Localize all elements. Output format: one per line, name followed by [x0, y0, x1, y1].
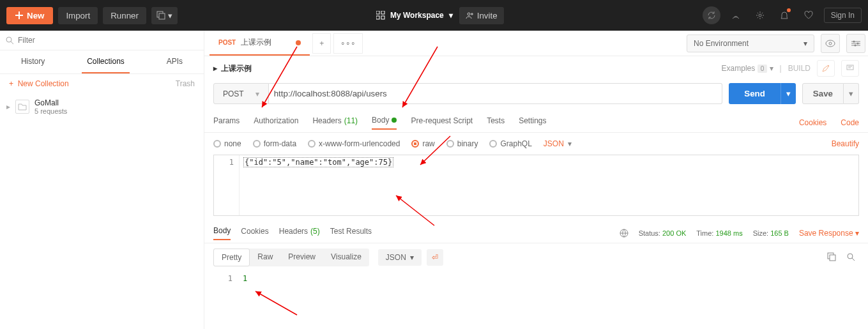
subtab-prerequest[interactable]: Pre-request Script — [411, 116, 473, 129]
chevron-down-icon: ▾ — [410, 253, 414, 262]
unsaved-dot — [296, 40, 301, 45]
save-button[interactable]: Save — [802, 83, 844, 104]
globe-icon[interactable] — [620, 229, 628, 238]
resp-line-number: 1 — [213, 274, 239, 283]
search-response-icon[interactable] — [842, 250, 859, 266]
resp-tab-body[interactable]: Body — [213, 226, 231, 240]
send-dropdown[interactable]: ▾ — [780, 83, 796, 104]
body-format-selector[interactable]: JSON ▾ — [544, 139, 572, 148]
time: Time: 1948 ms — [696, 229, 742, 237]
person-add-icon — [466, 11, 473, 19]
heart-icon[interactable] — [800, 6, 818, 24]
tab-collections[interactable]: Collections — [82, 50, 130, 73]
collection-name: GoMall — [34, 98, 67, 107]
body-formdata[interactable]: form-data — [253, 139, 296, 148]
svg-rect-3 — [381, 11, 385, 14]
view-mode-segment: Pretty Raw Preview Visualize — [213, 249, 369, 266]
resp-tab-headers[interactable]: Headers (5) — [279, 227, 320, 240]
svg-point-10 — [829, 42, 832, 45]
subtab-tests[interactable]: Tests — [487, 116, 505, 129]
subtab-params[interactable]: Params — [213, 116, 240, 129]
resp-tab-tests[interactable]: Test Results — [330, 227, 372, 240]
environment-selector[interactable]: No Environment ▾ — [687, 34, 814, 52]
body-binary[interactable]: binary — [446, 139, 478, 148]
import-button[interactable]: Import — [58, 7, 98, 24]
filter-input[interactable] — [18, 36, 199, 45]
beautify-link[interactable]: Beautify — [832, 139, 859, 148]
chevron-down-icon: ▾ — [255, 89, 259, 98]
add-tab-button[interactable]: + — [312, 33, 331, 54]
svg-rect-17 — [830, 255, 835, 261]
satellite-icon[interactable] — [727, 6, 745, 24]
windows-icon — [156, 11, 165, 20]
env-settings-button[interactable] — [846, 34, 865, 53]
subtab-authorization[interactable]: Authorization — [254, 116, 298, 129]
copy-icon[interactable] — [823, 250, 840, 266]
new-window-button[interactable]: ▾ — [151, 7, 178, 24]
view-raw[interactable]: Raw — [250, 249, 280, 266]
invite-button[interactable]: Invite — [459, 7, 504, 24]
tab-menu-button[interactable]: ∘∘∘ — [333, 33, 363, 54]
env-quicklook-button[interactable] — [821, 34, 840, 53]
body-graphql[interactable]: GraphQL — [489, 139, 531, 148]
collection-item[interactable]: ▸ GoMall 5 requests — [0, 93, 204, 120]
save-response-button[interactable]: Save Response ▾ — [799, 229, 859, 238]
chevron-right-icon: ▸ — [6, 102, 10, 111]
view-visualize[interactable]: Visualize — [323, 249, 369, 266]
resp-tab-cookies[interactable]: Cookies — [241, 227, 268, 240]
plus-icon — [15, 11, 23, 19]
signin-button[interactable]: Sign In — [824, 8, 862, 23]
save-dropdown[interactable]: ▾ — [844, 83, 859, 104]
runner-button[interactable]: Runner — [103, 7, 146, 24]
new-label: New — [27, 11, 44, 20]
subtab-body[interactable]: Body — [372, 116, 397, 130]
examples-dropdown[interactable]: Examples 0 ▾ — [722, 64, 773, 73]
notifications-icon[interactable] — [775, 6, 793, 24]
view-preview[interactable]: Preview — [280, 249, 323, 266]
svg-point-12 — [857, 42, 859, 44]
top-bar: New Import Runner ▾ My Workspace ▾ Invit… — [0, 0, 868, 31]
sidebar: History Collections APIs + New Collectio… — [0, 31, 204, 329]
trash-link[interactable]: Trash — [176, 79, 195, 88]
environment-label: No Environment — [694, 39, 749, 48]
subtab-settings[interactable]: Settings — [519, 116, 546, 129]
view-pretty[interactable]: Pretty — [213, 249, 250, 266]
comment-icon[interactable] — [841, 60, 859, 77]
body-raw[interactable]: raw — [411, 139, 434, 148]
request-tabs: POST 上课示例 + ∘∘∘ No Environment ▾ — [204, 31, 868, 56]
response-format-selector[interactable]: JSON ▾ — [378, 249, 422, 266]
settings-icon[interactable] — [751, 6, 769, 24]
notification-dot — [787, 8, 791, 12]
code-content: {"id":"5","name":"tom","age":75} — [240, 155, 397, 215]
new-button[interactable]: New — [6, 7, 53, 24]
size: Size: 165 B — [753, 229, 789, 237]
chevron-down-icon: ▾ — [449, 11, 453, 20]
request-title[interactable]: ▸ 上课示例 — [213, 63, 252, 74]
svg-rect-4 — [376, 16, 379, 19]
new-collection-button[interactable]: + New Collection — [9, 79, 69, 88]
svg-rect-1 — [159, 13, 165, 19]
invite-label: Invite — [477, 11, 498, 20]
body-editor[interactable]: 1 {"id":"5","name":"tom","age":75} — [213, 155, 859, 216]
search-icon — [5, 36, 14, 45]
svg-point-9 — [826, 40, 835, 47]
body-none[interactable]: none — [213, 139, 241, 148]
svg-rect-2 — [376, 11, 379, 14]
url-input[interactable] — [269, 83, 723, 104]
send-button[interactable]: Send — [729, 83, 780, 104]
code-link[interactable]: Code — [841, 118, 859, 127]
content: POST 上课示例 + ∘∘∘ No Environment ▾ ▸ 上课示例 — [204, 31, 868, 329]
svg-point-11 — [853, 40, 855, 42]
body-urlencoded[interactable]: x-www-form-urlencoded — [308, 139, 400, 148]
request-tab[interactable]: POST 上课示例 — [209, 31, 310, 56]
sync-icon[interactable] — [703, 6, 720, 24]
subtab-headers[interactable]: Headers (11) — [312, 116, 358, 129]
workspace-selector[interactable]: My Workspace ▾ — [376, 11, 453, 20]
method-selector[interactable]: POST ▾ — [213, 83, 269, 104]
tab-history[interactable]: History — [16, 50, 50, 73]
wrap-lines-button[interactable]: ⏎ — [427, 249, 443, 266]
tab-apis[interactable]: APIs — [162, 50, 188, 73]
edit-icon[interactable] — [817, 60, 835, 77]
cookies-link[interactable]: Cookies — [799, 118, 826, 127]
status: Status: 200 OK — [639, 229, 687, 237]
